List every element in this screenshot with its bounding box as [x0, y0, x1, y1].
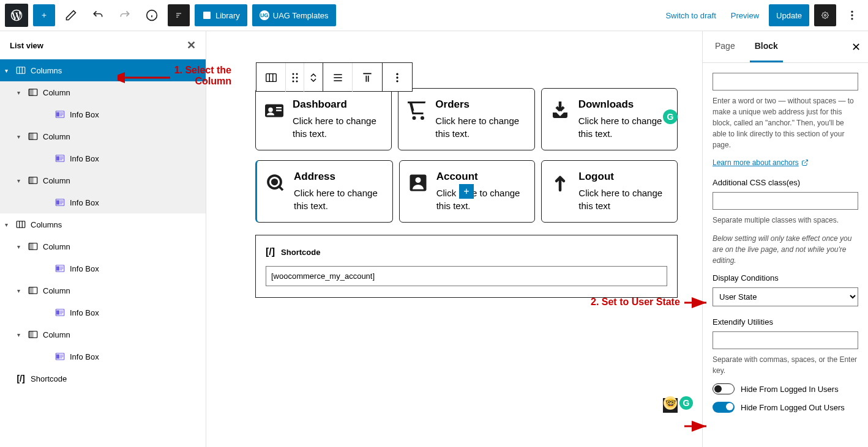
cart-icon [406, 98, 428, 123]
extendify-label: Extendify Utilities [713, 317, 858, 327]
move-buttons[interactable] [304, 63, 323, 92]
location-icon [264, 171, 286, 195]
tree-item-column[interactable]: ▾Column [0, 279, 206, 301]
tree-item-info-box[interactable]: Info Box [0, 191, 206, 213]
info-button[interactable] [141, 4, 163, 26]
person-icon [407, 171, 429, 195]
display-conditions-select[interactable]: User State [713, 287, 858, 306]
list-view-sidebar: List view ✕ ▾Columns▾ColumnInfo Box▾Colu… [0, 31, 206, 447]
tree-item-columns[interactable]: ▾Columns [0, 59, 206, 81]
tab-block[interactable]: Block [750, 31, 783, 62]
uag-templates-button[interactable]: UG UAG Templates [252, 4, 336, 26]
uag-icon: UG [260, 10, 269, 20]
info-card-downloads[interactable]: DownloadsClick here to change this text. [541, 88, 678, 150]
insert-block-inline[interactable]: + [459, 184, 474, 199]
list-view-toggle[interactable] [168, 4, 190, 26]
shortcode-icon: [/] [266, 246, 275, 257]
shortcode-label: Shortcode [281, 248, 320, 257]
add-block-button[interactable] [33, 4, 55, 26]
tree-item-info-box[interactable]: Info Box [0, 345, 206, 368]
column-icon [27, 328, 39, 341]
block-toolbar [256, 62, 413, 92]
anchor-learn-more[interactable]: Learn more about anchors [713, 158, 809, 167]
svg-rect-12 [29, 133, 33, 140]
grammarly-icon[interactable]: G [663, 109, 678, 124]
tree-item-shortcode[interactable]: [/]Shortcode [0, 368, 206, 390]
grammarly-badge[interactable]: G [679, 396, 693, 410]
settings-button[interactable] [814, 4, 836, 26]
svg-rect-27 [57, 311, 59, 314]
more-menu-button[interactable] [841, 4, 863, 26]
shortcode-input[interactable] [266, 266, 667, 286]
topbar: Library UG UAG Templates Switch to draft… [0, 0, 868, 31]
svg-rect-1 [203, 12, 211, 19]
shortcode-icon: [/] [15, 372, 27, 385]
tree-item-column[interactable]: ▾Column [0, 235, 206, 257]
shortcode-block[interactable]: [/] Shortcode [255, 235, 678, 298]
up-icon [549, 171, 571, 195]
svg-point-46 [296, 77, 297, 79]
align-button[interactable] [323, 63, 353, 92]
display-conditions-label: Display Conditions [713, 273, 858, 283]
drag-handle[interactable] [286, 63, 304, 92]
uag-label: UAG Templates [273, 11, 329, 20]
close-list-view[interactable]: ✕ [187, 39, 196, 52]
svg-rect-25 [29, 287, 33, 294]
undo-button[interactable] [87, 4, 109, 26]
anchor-input[interactable] [713, 73, 858, 91]
css-classes-input[interactable] [713, 192, 858, 210]
tree-item-column[interactable]: ▾Column [0, 125, 206, 147]
svg-point-49 [396, 73, 398, 75]
svg-point-2 [825, 15, 826, 17]
css-help: Separate multiple classes with spaces. [713, 215, 858, 226]
block-more-button[interactable] [383, 63, 412, 92]
floating-badges: 🤓 G [664, 396, 693, 410]
close-sidebar[interactable]: ✕ [851, 40, 861, 54]
block-type-icon[interactable] [256, 63, 286, 92]
download-icon [549, 98, 571, 123]
preview-link[interactable]: Preview [726, 11, 764, 20]
tree-item-info-box[interactable]: Info Box [0, 301, 206, 323]
valign-button[interactable] [353, 63, 382, 92]
svg-point-5 [851, 18, 853, 20]
edit-mode-button[interactable] [60, 4, 82, 26]
svg-rect-8 [29, 89, 33, 96]
column-icon [27, 174, 39, 187]
cards-row-1: DashboardClick here to change this text.… [255, 88, 678, 150]
redo-button[interactable] [114, 4, 136, 26]
hide-logged-in-toggle[interactable] [713, 383, 735, 394]
library-label: Library [215, 11, 240, 20]
infobox-icon [54, 350, 66, 363]
extendify-input[interactable] [713, 331, 858, 349]
infobox-icon [54, 262, 66, 275]
id-icon [263, 98, 285, 123]
tree-item-columns[interactable]: ▾Columns [0, 213, 206, 235]
tab-page[interactable]: Page [710, 31, 740, 62]
info-card-dashboard[interactable]: DashboardClick here to change this text. [255, 88, 392, 150]
svg-rect-10 [57, 113, 59, 116]
svg-rect-18 [57, 201, 59, 204]
info-card-logout[interactable]: LogoutClick here to change this text [541, 160, 678, 223]
hide-logged-out-toggle[interactable] [713, 402, 735, 413]
emoji-badge[interactable]: 🤓 [664, 396, 677, 410]
list-view-title: List view [10, 41, 43, 50]
tree-item-info-box[interactable]: Info Box [0, 257, 206, 279]
svg-rect-42 [266, 74, 276, 82]
tree-item-column[interactable]: ▾Column [0, 81, 206, 103]
tree-item-info-box[interactable]: Info Box [0, 103, 206, 125]
tree-item-column[interactable]: ▾Column [0, 323, 206, 345]
info-card-orders[interactable]: OrdersClick here to change this text. [398, 88, 534, 150]
tree-item-info-box[interactable]: Info Box [0, 147, 206, 169]
update-button[interactable]: Update [769, 4, 809, 26]
columns-icon [15, 218, 27, 231]
svg-point-48 [296, 81, 297, 83]
tree-item-column[interactable]: ▾Column [0, 169, 206, 191]
info-card-address[interactable]: AddressClick here to change this text. [255, 160, 393, 223]
svg-point-33 [268, 108, 273, 113]
editor-canvas: M DashboardClick here to change this tex… [206, 31, 702, 447]
library-button[interactable]: Library [195, 4, 247, 26]
wordpress-logo[interactable] [5, 4, 28, 27]
column-icon [27, 240, 39, 253]
switch-to-draft-link[interactable]: Switch to draft [660, 11, 720, 20]
svg-point-36 [413, 116, 416, 120]
